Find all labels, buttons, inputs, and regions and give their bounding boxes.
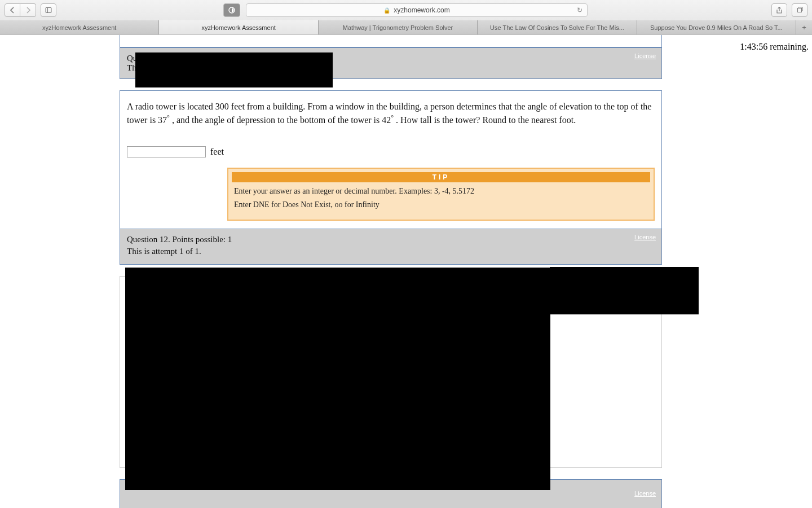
tip-header: TIP bbox=[232, 172, 650, 182]
tip-body: Enter your answer as an integer or decim… bbox=[232, 182, 650, 216]
sidebar-icon bbox=[45, 7, 52, 14]
tabs-button[interactable] bbox=[792, 3, 807, 17]
page-content: 1:43:56 remaining. License Qu Thi A radi… bbox=[0, 35, 812, 508]
tab-row: xyzHomework Assessment xyzHomework Asses… bbox=[0, 20, 812, 34]
redaction-box bbox=[550, 267, 699, 314]
lock-icon: 🔒 bbox=[383, 7, 390, 14]
timer-text: 1:43:56 remaining. bbox=[740, 42, 809, 52]
tab-2[interactable]: Mathway | Trigonometry Problem Solver bbox=[319, 20, 478, 34]
address-domain: xyzhomework.com bbox=[394, 6, 449, 14]
share-icon bbox=[776, 7, 783, 14]
tip-line1: Enter your answer as an integer or decim… bbox=[234, 187, 648, 196]
footer-line2: This is attempt 1 of 1. bbox=[127, 247, 655, 256]
prev-question-body-partial bbox=[120, 35, 662, 47]
license-link[interactable]: License bbox=[634, 490, 656, 497]
tab-3[interactable]: Use The Law Of Cosines To Solve For The … bbox=[478, 20, 637, 34]
question-box-12: A radio tower is located 300 feet from a… bbox=[120, 90, 662, 265]
address-bar[interactable]: 🔒 xyzhomework.com ↻ bbox=[246, 3, 588, 17]
license-link[interactable]: License bbox=[634, 52, 656, 59]
tip-box: TIP Enter your answer as an integer or d… bbox=[227, 168, 655, 221]
redaction-box bbox=[125, 268, 550, 490]
chevron-left-icon bbox=[9, 7, 16, 14]
tab-label: Use The Law Of Cosines To Solve For The … bbox=[490, 24, 624, 31]
browser-chrome: 🔒 xyzhomework.com ↻ xyzHomework Assessme… bbox=[0, 0, 812, 35]
answer-unit: feet bbox=[210, 147, 224, 157]
plus-icon: + bbox=[802, 23, 806, 32]
license-link[interactable]: License bbox=[634, 234, 656, 240]
answer-input[interactable] bbox=[127, 146, 206, 157]
tab-label: Mathway | Trigonometry Problem Solver bbox=[343, 24, 453, 31]
tab-4[interactable]: Suppose You Drove 0.9 Miles On A Road So… bbox=[637, 20, 796, 34]
answer-row: feet bbox=[120, 133, 661, 168]
tabs-icon bbox=[796, 7, 803, 14]
footer-line1: Question 12. Points possible: 1 bbox=[127, 235, 655, 244]
tab-label: Suppose You Drove 0.9 Miles On A Road So… bbox=[650, 24, 783, 31]
new-tab-button[interactable]: + bbox=[796, 20, 812, 34]
tip-line2: Enter DNE for Does Not Exist, oo for Inf… bbox=[234, 200, 648, 209]
toolbar: 🔒 xyzhomework.com ↻ bbox=[0, 0, 812, 20]
sidebar-toggle-button[interactable] bbox=[41, 3, 56, 17]
back-button[interactable] bbox=[5, 3, 20, 17]
question-text: A radio tower is located 300 feet from a… bbox=[120, 91, 661, 133]
question-footer: License Question 12. Points possible: 1 … bbox=[120, 229, 661, 264]
reader-button[interactable] bbox=[223, 3, 240, 17]
share-button[interactable] bbox=[771, 3, 787, 17]
svg-rect-3 bbox=[798, 8, 802, 12]
reader-icon bbox=[228, 6, 236, 14]
redaction-box bbox=[135, 52, 333, 87]
forward-button[interactable] bbox=[20, 3, 36, 17]
svg-rect-0 bbox=[46, 8, 51, 13]
tab-label: xyzHomework Assessment bbox=[42, 24, 116, 31]
tab-0[interactable]: xyzHomework Assessment bbox=[0, 20, 159, 34]
tab-1[interactable]: xyzHomework Assessment bbox=[159, 20, 318, 34]
tab-label: xyzHomework Assessment bbox=[201, 24, 275, 31]
refresh-icon[interactable]: ↻ bbox=[577, 6, 582, 14]
chevron-right-icon bbox=[25, 7, 32, 14]
